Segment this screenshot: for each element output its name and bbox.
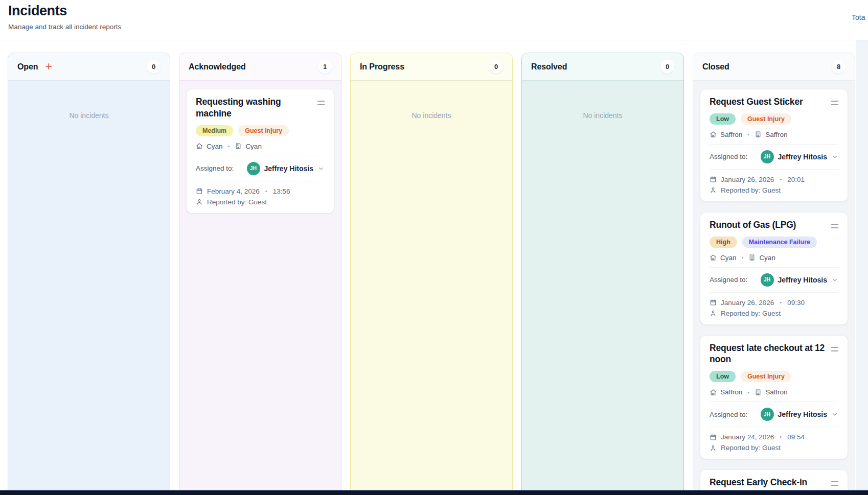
property-name: Cyan xyxy=(245,143,262,150)
card-divider xyxy=(710,402,838,402)
badge-row: Low Guest Injury xyxy=(710,371,838,382)
property-name: Saffron xyxy=(765,388,787,396)
column-acknowledged-header: Acknowledged 1 xyxy=(179,53,341,81)
column-acknowledged-count-badge: 1 xyxy=(318,60,332,74)
card-head: Runout of Gas (LPG) xyxy=(710,219,838,231)
home-icon xyxy=(710,254,717,261)
assignee-avatar: JH xyxy=(761,273,774,287)
assigned-row: Assigned to: JH Jeffrey Hitosis xyxy=(710,408,838,421)
column-in-progress-count-badge: 0 xyxy=(489,60,503,74)
incident-title: Requesting washing machine xyxy=(196,96,316,120)
empty-placeholder: No incidents xyxy=(357,111,506,120)
reported-row: Reported by: Guest xyxy=(710,309,838,318)
property-name: Saffron xyxy=(765,131,787,138)
incident-card[interactable]: Request Guest Sticker Low Guest Injury S… xyxy=(700,89,848,202)
incident-date: February 4, 2026 xyxy=(207,187,260,196)
date-separator-dot: • xyxy=(780,175,782,184)
empty-placeholder: No incidents xyxy=(529,111,677,120)
add-incident-button[interactable]: + xyxy=(44,61,53,73)
drag-handle-icon[interactable] xyxy=(831,481,838,486)
severity-badge: High xyxy=(710,237,737,248)
chevron-down-icon xyxy=(831,411,838,418)
incident-card[interactable]: Runout of Gas (LPG) High Maintenance Fai… xyxy=(700,212,848,325)
assignee-dropdown[interactable]: JH Jeffrey Hitosis xyxy=(761,150,838,163)
card-head: Request Early Check-in xyxy=(710,477,838,488)
bottom-window-bar xyxy=(0,490,868,495)
column-acknowledged: Acknowledged 1 Requesting washing machin… xyxy=(179,53,341,495)
column-in-progress: In Progress 0 No incidents xyxy=(350,53,513,495)
card-meta: February 4, 2026 • 13:56 Reported by: Gu… xyxy=(196,187,325,206)
drag-handle-icon[interactable] xyxy=(317,101,325,105)
drag-handle-icon[interactable] xyxy=(831,101,838,105)
card-divider xyxy=(710,267,838,268)
card-meta: January 26, 2026 • 09:30 Reported by: Gu… xyxy=(710,298,838,318)
column-resolved-header: Resolved 0 xyxy=(522,53,683,81)
incident-card[interactable]: Request late checkout at 12 noon Low Gue… xyxy=(700,335,848,460)
column-acknowledged-label: Acknowledged xyxy=(189,62,246,72)
assignee-name: Jeffrey Hitosis xyxy=(778,153,827,161)
column-resolved-body: No incidents xyxy=(522,81,683,495)
assignee-avatar: JH xyxy=(761,150,774,163)
location-row: Cyan • Cyan xyxy=(710,254,838,262)
incident-date: January 26, 2026 xyxy=(721,298,774,307)
drag-handle-icon[interactable] xyxy=(831,347,838,351)
assignee-name: Jeffrey Hitosis xyxy=(778,410,827,418)
incident-date: January 24, 2026 xyxy=(721,433,774,441)
card-divider xyxy=(710,427,838,427)
date-separator-dot: • xyxy=(265,187,267,196)
scrollbar-track[interactable] xyxy=(856,40,868,495)
calendar-icon xyxy=(710,434,717,441)
home-icon xyxy=(710,131,717,138)
date-row: January 26, 2026 • 20:01 xyxy=(710,175,838,184)
date-separator-dot: • xyxy=(780,433,782,441)
column-in-progress-label: In Progress xyxy=(360,62,404,72)
assignee-dropdown[interactable]: JH Jeffrey Hitosis xyxy=(761,408,838,421)
column-closed-header: Closed 8 xyxy=(693,53,855,81)
assigned-label: Assigned to: xyxy=(710,153,747,160)
column-closed-body: Request Guest Sticker Low Guest Injury S… xyxy=(693,81,855,495)
location-separator-dot: • xyxy=(228,143,230,149)
card-divider xyxy=(710,292,838,293)
person-icon xyxy=(196,198,203,205)
property-name: Cyan xyxy=(759,254,775,262)
reported-by: Reported by: Guest xyxy=(721,443,781,452)
drag-handle-icon[interactable] xyxy=(831,224,838,228)
total-counter-clipped: Tota xyxy=(852,13,865,21)
incident-card[interactable]: Requesting washing machine Medium Guest … xyxy=(186,89,334,214)
badge-row: High Maintenance Failure xyxy=(710,237,838,248)
location-row: Saffron • Saffron xyxy=(710,131,838,138)
card-divider xyxy=(196,181,325,181)
kanban-board: Open + 0 No incidents Acknowledged 1 Req… xyxy=(8,53,855,495)
severity-badge: Low xyxy=(710,371,736,382)
incident-title: Runout of Gas (LPG) xyxy=(710,219,796,231)
location-separator-dot: • xyxy=(742,254,744,261)
card-meta: January 26, 2026 • 20:01 Reported by: Gu… xyxy=(710,175,838,195)
reported-by: Reported by: Guest xyxy=(721,309,781,318)
location-separator-dot: • xyxy=(747,131,749,137)
assignee-dropdown[interactable]: JH Jeffrey Hitosis xyxy=(247,162,325,175)
severity-badge: Medium xyxy=(196,125,233,136)
column-closed-label: Closed xyxy=(702,62,729,72)
column-resolved-count-badge: 0 xyxy=(660,60,674,74)
column-in-progress-body: No incidents xyxy=(351,81,512,495)
column-resolved-label: Resolved xyxy=(531,62,567,72)
date-row: January 24, 2026 • 09:54 xyxy=(710,433,838,441)
home-name: Saffron xyxy=(720,131,742,138)
incident-time: 20:01 xyxy=(787,175,805,184)
page-header: Incidents Manage and track all incident … xyxy=(8,3,121,31)
card-head: Request Guest Sticker xyxy=(710,96,838,108)
severity-badge: Low xyxy=(710,113,736,125)
assigned-label: Assigned to: xyxy=(710,276,747,284)
location-separator-dot: • xyxy=(747,389,749,395)
page-title: Incidents xyxy=(8,3,121,19)
column-resolved: Resolved 0 No incidents xyxy=(521,53,684,495)
home-name: Cyan xyxy=(207,143,223,150)
home-name: Saffron xyxy=(720,388,742,396)
column-acknowledged-body: Requesting washing machine Medium Guest … xyxy=(179,81,341,495)
calendar-icon xyxy=(710,299,717,306)
date-row: January 26, 2026 • 09:30 xyxy=(710,298,838,307)
incident-time: 09:30 xyxy=(787,298,805,307)
assignee-dropdown[interactable]: JH Jeffrey Hitosis xyxy=(761,273,838,287)
incident-title: Request Guest Sticker xyxy=(710,96,803,108)
assignee-name: Jeffrey Hitosis xyxy=(778,276,827,284)
